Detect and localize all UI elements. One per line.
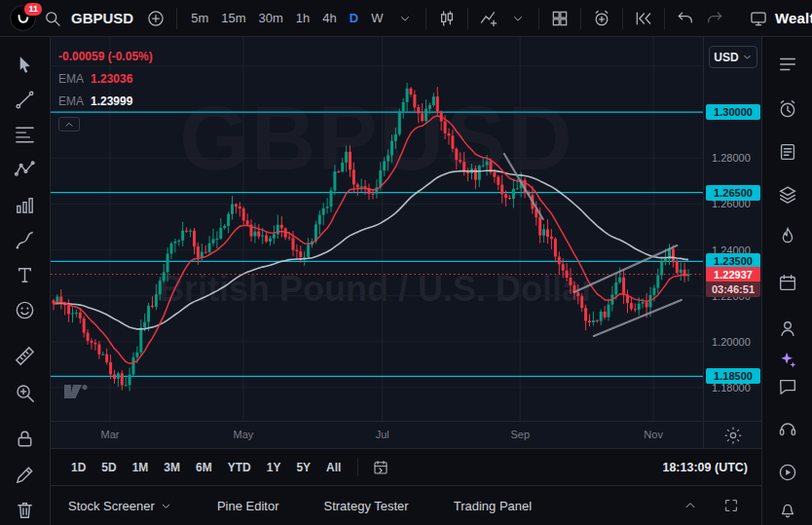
hotlists-icon[interactable] [771, 220, 804, 253]
price-axis[interactable]: USD 1.280001.260001.240001.220001.200001… [703, 37, 761, 421]
support-icon[interactable] [771, 412, 804, 445]
cursor-tool[interactable] [9, 48, 42, 81]
monitor-icon[interactable] [746, 6, 771, 31]
tradingview-logo[interactable] [62, 382, 90, 405]
timeframe-15m[interactable]: 15m [215, 8, 251, 28]
chart-style-icon[interactable] [434, 6, 460, 31]
fib-retracement-tool[interactable] [9, 118, 42, 151]
month-label: Sep [503, 429, 536, 440]
tab-pine-editor[interactable]: Pine Editor [217, 499, 279, 513]
level-price-badge: 1.26500 [706, 185, 760, 201]
zoom-in-tool[interactable] [9, 376, 42, 409]
create-alert-icon[interactable] [589, 6, 614, 31]
symbol-name[interactable]: GBPUSD [71, 10, 133, 26]
indicator-ema-fast[interactable]: EMA 1.23036 [58, 67, 153, 90]
tab-stock-screener[interactable]: Stock Screener [68, 499, 172, 513]
timeframe-W[interactable]: W [365, 8, 388, 28]
chat-icon[interactable] [771, 370, 804, 403]
maximize-panel-icon[interactable] [719, 493, 744, 518]
time-axis[interactable]: MarMayJulSepNov [51, 421, 761, 448]
level-price-badge: 1.30000 [706, 104, 760, 120]
redo-icon[interactable] [702, 6, 727, 31]
bottom-panel-tabs: Stock ScreenerPine EditorStrategy Tester… [51, 485, 761, 525]
change-value: -0.00059 (-0.05%) [58, 51, 153, 62]
legend-collapse-button[interactable] [58, 117, 80, 131]
timeframe-1h[interactable]: 1h [290, 8, 315, 28]
brand-name: Wealth [775, 10, 812, 26]
undo-icon[interactable] [673, 6, 698, 31]
indicator-ema-slow[interactable]: EMA 1.23999 [58, 90, 153, 112]
brush-tool[interactable] [9, 223, 42, 256]
range-5D[interactable]: 5D [94, 457, 123, 478]
alerts-icon[interactable] [771, 93, 804, 126]
axis-separator [703, 422, 704, 448]
chevron-down-icon [160, 500, 172, 512]
timeframe-4h[interactable]: 4h [316, 8, 342, 28]
timeframe-30m[interactable]: 30m [253, 8, 289, 28]
layers-icon[interactable] [771, 178, 804, 211]
level-price-badge: 1.18500 [706, 368, 760, 384]
month-label: Jul [366, 429, 399, 440]
timeframe-D[interactable]: D [344, 8, 364, 28]
goto-date-icon[interactable] [368, 455, 393, 480]
chevron-down-icon [742, 52, 753, 62]
user-avatar[interactable]: 11 [10, 5, 36, 31]
notifications-icon[interactable] [771, 493, 804, 525]
range-toolbar: 1D5D1M3M6MYTD1Y5YAll 18:13:09 (UTC) [51, 448, 761, 485]
pattern-tool[interactable] [9, 153, 42, 186]
timeframe-menu-chevron-icon[interactable] [392, 6, 418, 31]
range-All[interactable]: All [319, 457, 348, 478]
price-label: 1.28000 [712, 152, 751, 164]
range-1M[interactable]: 1M [126, 457, 156, 478]
layout-grid-icon[interactable] [547, 6, 572, 31]
toolbar-separator [467, 8, 468, 29]
toolbar-separator [664, 8, 665, 29]
timeframe-5m[interactable]: 5m [185, 8, 214, 28]
tab-strategy-tester[interactable]: Strategy Tester [323, 499, 408, 513]
range-buttons: 1D5D1M3M6MYTD1Y5YAll [64, 457, 348, 478]
widgets-rail [761, 37, 812, 525]
indicators-icon[interactable] [476, 6, 501, 31]
news-icon[interactable] [771, 135, 804, 169]
indicators-menu-chevron-icon[interactable] [505, 6, 531, 31]
range-1D[interactable]: 1D [64, 457, 92, 478]
forecast-tool[interactable] [9, 188, 42, 221]
emoji-tool[interactable] [9, 293, 42, 326]
indicator-label: EMA [58, 73, 84, 85]
trading-app: 11 GBPUSD 5m15m30m1h4hDW Wealth GBPUSD B… [0, 0, 812, 525]
calendar-icon[interactable] [771, 266, 804, 299]
range-6M[interactable]: 6M [189, 457, 219, 478]
top-toolbar: 11 GBPUSD 5m15m30m1h4hDW Wealth [0, 0, 812, 37]
drawing-tools-rail [0, 37, 51, 525]
range-YTD[interactable]: YTD [221, 457, 258, 478]
indicator-value: 1.23999 [91, 95, 132, 107]
month-label: Mar [93, 429, 127, 440]
draw-tool[interactable] [9, 458, 42, 491]
indicator-value: 1.23036 [91, 73, 132, 85]
range-3M[interactable]: 3M [157, 457, 187, 478]
range-1Y[interactable]: 1Y [260, 457, 288, 478]
delete-drawings-tool[interactable] [9, 493, 42, 525]
lock-drawings-tool[interactable] [9, 422, 42, 455]
compare-symbol-icon[interactable] [143, 6, 168, 31]
indicator-label: EMA [58, 95, 84, 107]
chart-settings-icon[interactable] [720, 423, 746, 448]
bar-replay-icon[interactable] [631, 6, 656, 31]
tutorials-icon[interactable] [771, 456, 804, 489]
watchlist-icon[interactable] [771, 48, 804, 81]
clock-display[interactable]: 18:13:09 (UTC) [662, 461, 748, 474]
open-panel-icon[interactable] [678, 493, 703, 518]
timeframe-group: 5m15m30m1h4hDW [185, 8, 388, 28]
range-5Y[interactable]: 5Y [289, 457, 317, 478]
toolbar-separator [538, 8, 539, 29]
profile-icon[interactable] [771, 312, 804, 345]
text-tool[interactable] [9, 258, 42, 291]
symbol-change[interactable]: -0.00059 (-0.05%) [58, 45, 153, 67]
trend-line-tool[interactable] [9, 83, 42, 116]
chart-canvas[interactable]: GBPUSD British Pound / U.S. Dollar -0.00… [51, 37, 703, 421]
price-label: 1.20000 [712, 336, 751, 348]
chart-legend: -0.00059 (-0.05%) EMA 1.23036 EMA 1.2399… [58, 45, 153, 131]
measure-tool[interactable] [9, 339, 42, 372]
currency-dropdown[interactable]: USD [709, 46, 757, 68]
tab-trading-panel[interactable]: Trading Panel [454, 499, 532, 513]
